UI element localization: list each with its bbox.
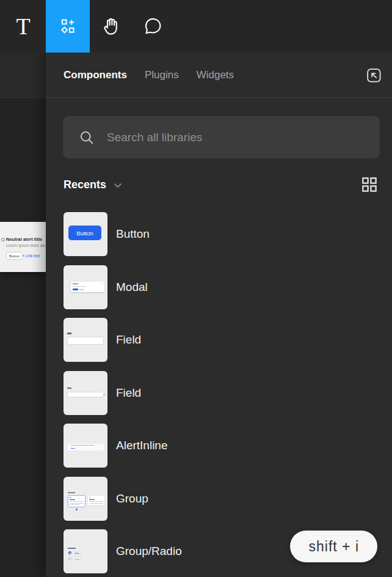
- tab-plugins[interactable]: Plugins: [145, 69, 179, 81]
- tab-widgets[interactable]: Widgets: [197, 69, 234, 81]
- components-icon: [58, 17, 78, 36]
- grid-view-toggle[interactable]: [360, 175, 379, 194]
- item-label: AlertInline: [116, 439, 168, 452]
- canvas-top-band: [0, 53, 46, 98]
- comment-tool-button[interactable]: [136, 0, 170, 53]
- component-item-button[interactable]: Button Button: [64, 212, 379, 256]
- component-item-modal[interactable]: Modal: [64, 265, 379, 309]
- recents-title[interactable]: Recents: [64, 178, 106, 191]
- popout-panel-button[interactable]: [365, 67, 383, 85]
- item-label: Group/Radio: [116, 545, 182, 558]
- chevron-down-icon[interactable]: [114, 183, 122, 188]
- button-thumbnail: Button: [64, 212, 107, 256]
- panel-tabbar: Components Plugins Widgets: [46, 53, 392, 98]
- search-box[interactable]: [63, 116, 380, 158]
- item-label: Modal: [116, 281, 148, 294]
- shortcut-hint-pill: shift + i: [290, 531, 377, 562]
- shortcut-hint-text: shift + i: [308, 538, 359, 555]
- canvas-area: Neutral alert title Lorem ipsum dolor am…: [0, 53, 46, 577]
- group-thumbnail: [64, 477, 107, 521]
- item-label: Field: [116, 386, 141, 400]
- alert-button: Button: [6, 252, 23, 260]
- components-panel: Components Plugins Widgets: [46, 53, 392, 577]
- grid-view-icon: [361, 177, 377, 193]
- component-item-group[interactable]: Group: [64, 477, 379, 521]
- item-label: Button: [116, 227, 150, 241]
- hand-tool-button[interactable]: [94, 0, 128, 53]
- component-item-field[interactable]: Field: [64, 318, 379, 362]
- component-item-alertinline[interactable]: AlertInline: [64, 424, 379, 468]
- assets-tool-button[interactable]: [46, 0, 90, 53]
- search-icon: [78, 129, 95, 146]
- alert-link: + Link text: [22, 254, 40, 258]
- alertinline-thumbnail: [64, 424, 107, 468]
- figma-window: T Neutral: [0, 0, 392, 577]
- group-radio-thumbnail: [64, 529, 107, 573]
- recents-header: Recents: [64, 175, 379, 194]
- comment-bubble-icon: [142, 16, 163, 37]
- recents-list: Button Button Modal: [64, 212, 379, 577]
- toolbar: T: [0, 0, 392, 53]
- text-tool-button[interactable]: T: [6, 0, 40, 53]
- component-item-field-select[interactable]: Field: [64, 371, 379, 415]
- modal-thumbnail: [64, 265, 107, 309]
- text-tool-icon: T: [16, 15, 30, 38]
- tab-components[interactable]: Components: [64, 69, 127, 81]
- item-label: Group: [116, 492, 148, 505]
- thumb-button-preview: Button: [68, 226, 101, 240]
- item-label: Field: [116, 333, 141, 347]
- field-thumbnail: [64, 318, 107, 362]
- info-icon: [1, 238, 5, 241]
- hand-icon: [101, 16, 122, 37]
- popout-arrow-icon: [366, 67, 383, 84]
- field-select-thumbnail: [64, 371, 107, 415]
- search-input[interactable]: [107, 131, 370, 144]
- alert-title: Neutral alert title: [6, 237, 42, 242]
